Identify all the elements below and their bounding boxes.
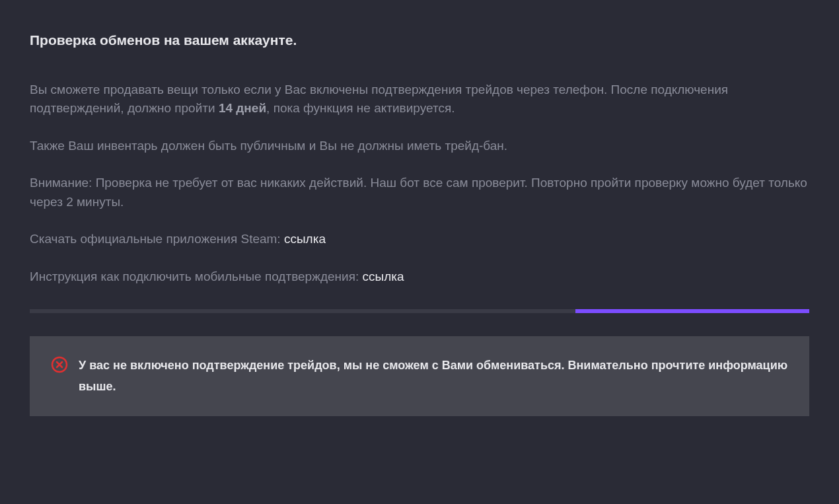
progress-bar-fill [575,309,809,313]
error-x-icon [51,356,68,379]
info-paragraph-3: Внимание: Проверка не требует от вас ник… [30,174,809,211]
download-apps-label: Скачать официальные приложения Steam: [30,232,284,246]
info-paragraph-1b: , пока функция не активируется. [266,101,455,115]
error-alert: У вас не включено подтверждение трейдов,… [30,336,809,416]
download-apps-line: Скачать официальные приложения Steam: сс… [30,230,809,249]
progress-bar [30,309,809,313]
error-alert-text: У вас не включено подтверждение трейдов,… [79,355,788,398]
page-title: Проверка обменов на вашем аккаунте. [30,30,809,51]
instructions-line: Инструкция как подключить мобильные подт… [30,268,809,287]
info-paragraph-1-bold: 14 дней [219,101,266,115]
instructions-link[interactable]: ссылка [363,270,404,283]
instructions-label: Инструкция как подключить мобильные подт… [30,270,363,283]
info-paragraph-2: Также Ваш инвентарь должен быть публичны… [30,137,809,156]
info-paragraph-1: Вы сможете продавать вещи только если у … [30,81,809,118]
download-apps-link[interactable]: ссылка [284,232,326,246]
